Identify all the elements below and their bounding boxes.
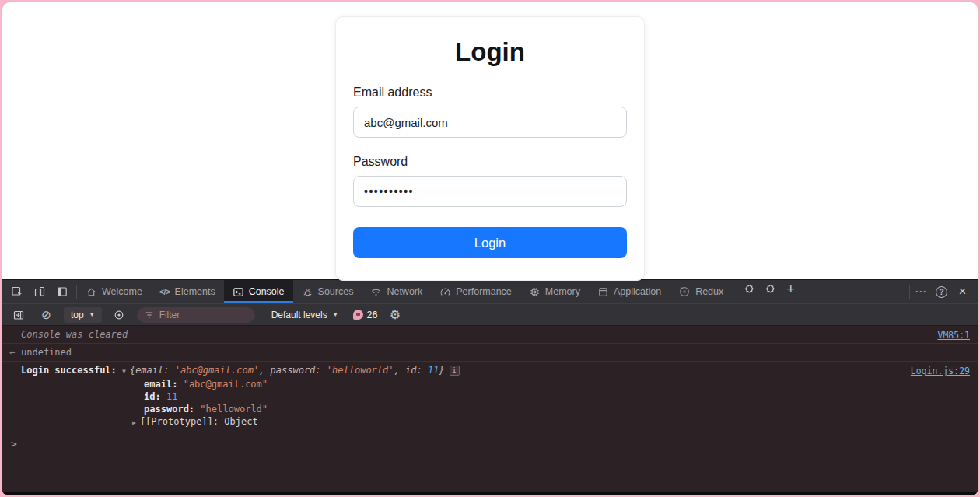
tab-welcome[interactable]: Welcome <box>77 280 151 303</box>
tab-label: Redux <box>695 286 723 297</box>
more-tabs-icon[interactable]: + <box>780 280 801 299</box>
tab-label: Elements <box>175 286 215 297</box>
tab-label: Memory <box>545 286 580 297</box>
tab-sources[interactable]: Sources <box>293 280 362 303</box>
object-property: email: "abc@gmail.com" <box>122 378 460 390</box>
close-devtools-icon[interactable]: × <box>952 282 973 301</box>
tabbar-right-controls: ⋯ ? × <box>909 280 978 303</box>
login-button[interactable]: Login <box>353 227 627 258</box>
console-prompt[interactable]: > <box>2 432 978 450</box>
bug-icon <box>302 286 313 298</box>
source-link[interactable]: Login.js:29 <box>911 365 970 377</box>
tab-label: Console <box>249 286 285 297</box>
prompt-chevron-icon: > <box>11 438 17 450</box>
chip-icon <box>529 286 541 298</box>
object-tree: ▼{email: 'abc@gmail.com', password: 'hel… <box>122 364 460 429</box>
app-window-icon <box>597 286 609 298</box>
devtools-bottom-edge <box>2 492 978 495</box>
page-title: Login <box>353 37 627 67</box>
layout-panel-icon[interactable] <box>51 282 72 301</box>
help-icon[interactable]: ? <box>931 282 952 301</box>
inspect-element-icon[interactable] <box>6 282 27 301</box>
object-property: password: "helloworld" <box>122 403 460 415</box>
log-levels-dropdown[interactable]: Default levels ▼ <box>271 310 338 320</box>
tab-application[interactable]: Application <box>589 280 670 303</box>
messages-counter[interactable]: 26 <box>353 310 378 320</box>
screenshot-frame: Login Email address Password Login <box>0 0 980 497</box>
login-card: Login Email address Password Login <box>335 16 645 281</box>
console-message-cleared: Console was cleared VM85:1 <box>2 326 978 344</box>
gauge-icon <box>439 286 451 298</box>
tab-label: Performance <box>456 286 512 297</box>
prototype-row: ▶[[Prototype]]: Object <box>122 415 460 429</box>
console-icon <box>233 286 244 298</box>
message-bubble-icon <box>353 310 363 320</box>
password-label: Password <box>353 155 627 169</box>
source-link[interactable]: VM85:1 <box>937 329 970 341</box>
tab-label: Welcome <box>102 286 142 297</box>
extension-icon[interactable] <box>738 280 759 299</box>
object-property: id: 11 <box>122 390 460 403</box>
log-label: Login successful: <box>21 365 117 376</box>
console-output: Console was cleared VM85:1 ← undefined L… <box>2 326 978 492</box>
devtools-panel: Welcome </> Elements Console <box>2 279 978 495</box>
info-icon: i <box>450 366 460 376</box>
clear-console-icon[interactable]: ⊘ <box>36 306 57 324</box>
tab-label: Application <box>614 286 661 297</box>
tab-network[interactable]: Network <box>362 280 431 303</box>
filter-icon <box>145 310 154 320</box>
console-result-row: ← undefined <box>2 344 978 362</box>
extension-icon[interactable] <box>759 280 780 299</box>
email-field[interactable] <box>353 107 627 138</box>
caret-right-icon[interactable]: ▶ <box>132 419 136 426</box>
tab-redux[interactable]: Redux <box>670 280 732 303</box>
console-log-row: Login successful: ▼{email: 'abc@gmail.co… <box>2 362 978 432</box>
devtools-tabbar: Welcome </> Elements Console <box>2 280 978 303</box>
tab-elements[interactable]: </> Elements <box>151 280 224 303</box>
console-toolbar: ⊘ top ▼ <box>2 303 978 326</box>
web-page: Login Email address Password Login <box>2 2 978 279</box>
caret-down-icon[interactable]: ▼ <box>122 368 126 375</box>
home-icon <box>86 286 97 298</box>
chevron-down-icon: ▼ <box>333 312 338 317</box>
email-label: Email address <box>353 86 627 100</box>
console-sidebar-icon[interactable] <box>8 306 29 324</box>
filter-box[interactable] <box>137 307 255 323</box>
return-arrow-icon: ← <box>9 346 15 359</box>
tab-memory[interactable]: Memory <box>520 280 589 303</box>
filter-input[interactable] <box>159 310 247 320</box>
device-toolbar-icon[interactable] <box>29 282 50 301</box>
browser-window: Login Email address Password Login <box>2 2 978 495</box>
tab-label: Sources <box>318 286 354 297</box>
tab-performance[interactable]: Performance <box>431 280 520 303</box>
context-selector[interactable]: top ▼ <box>64 307 102 323</box>
object-preview-line: ▼{email: 'abc@gmail.com', password: 'hel… <box>122 364 460 378</box>
chevron-down-icon: ▼ <box>89 312 95 317</box>
more-options-icon[interactable]: ⋯ <box>910 282 931 301</box>
tab-console[interactable]: Console <box>224 280 293 303</box>
wifi-icon <box>370 286 382 298</box>
console-settings-gear-icon[interactable]: ⚙ <box>385 306 406 324</box>
redux-icon <box>678 285 691 298</box>
live-expression-eye-icon[interactable] <box>109 306 130 324</box>
password-field[interactable] <box>353 176 627 207</box>
result-value: undefined <box>21 347 72 358</box>
tab-label: Network <box>387 286 422 297</box>
code-icon: </> <box>159 287 170 296</box>
